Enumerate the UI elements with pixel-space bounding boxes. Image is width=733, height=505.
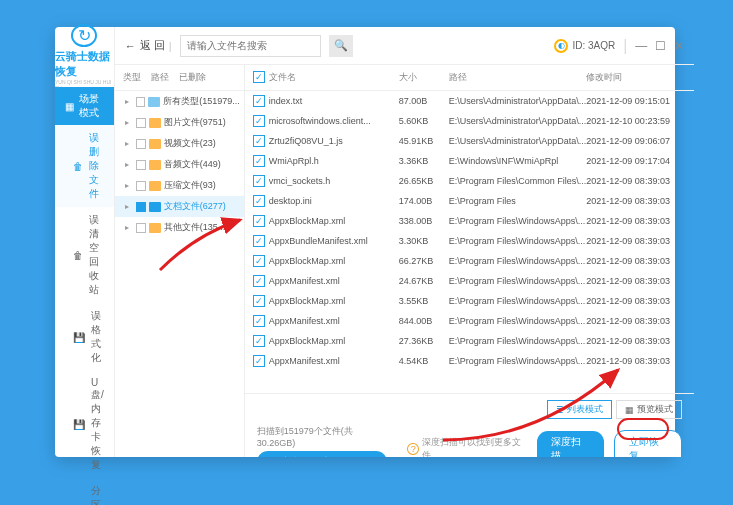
file-path: E:\Users\Administrator\AppData\... (449, 116, 587, 126)
file-time: 2021-12-09 08:39:03 (586, 196, 686, 206)
select-all-checkbox[interactable] (253, 71, 265, 83)
file-checkbox[interactable] (253, 315, 265, 327)
file-row[interactable]: AppxBlockMap.xml27.36KBE:\Program Files\… (245, 331, 695, 351)
tree-item-5[interactable]: ▸文档文件(6277) (115, 196, 244, 217)
file-row[interactable]: vmci_sockets.h26.65KBE:\Program Files\Co… (245, 171, 695, 191)
file-time: 2021-12-09 08:39:03 (586, 296, 686, 306)
tree-checkbox[interactable] (136, 223, 146, 233)
nav-icon: 💾 (73, 419, 85, 431)
caret-icon: ▸ (125, 181, 133, 190)
file-row[interactable]: AppxBlockMap.xml3.55KBE:\Program Files\W… (245, 291, 695, 311)
tree-item-6[interactable]: ▸其他文件(135... (115, 217, 244, 238)
back-button[interactable]: ← 返 回 | (125, 38, 172, 53)
folder-icon (149, 202, 161, 212)
tree-item-2[interactable]: ▸视频文件(23) (115, 133, 244, 154)
minimize-button[interactable]: — (635, 39, 647, 53)
file-size: 5.60KB (399, 116, 449, 126)
file-size: 174.00B (399, 196, 449, 206)
file-list: 文件名 大小 路径 修改时间 index.txt87.00BE:\Users\A… (245, 65, 695, 457)
nav-scene-4[interactable]: 📁分区恢复 (55, 478, 114, 505)
tree-checkbox[interactable] (136, 202, 146, 212)
file-checkbox[interactable] (253, 155, 265, 167)
file-size: 45.91KB (399, 136, 449, 146)
tree-checkbox[interactable] (136, 160, 146, 170)
search-button[interactable]: 🔍 (329, 35, 353, 57)
caret-icon: ▸ (125, 118, 133, 127)
search-icon: 🔍 (334, 39, 348, 52)
file-checkbox[interactable] (253, 355, 265, 367)
list-icon: ≣ (556, 405, 564, 415)
file-row[interactable]: AppxManifest.xml844.00BE:\Program Files\… (245, 311, 695, 331)
file-checkbox[interactable] (253, 115, 265, 127)
tree-item-4[interactable]: ▸压缩文件(93) (115, 175, 244, 196)
file-row[interactable]: desktop.ini174.00BE:\Program Files2021-1… (245, 191, 695, 211)
nav-scene-0[interactable]: 🗑误删除文件 (55, 125, 114, 207)
close-button[interactable]: ✕ (674, 39, 684, 53)
back-arrow-icon: ← (125, 40, 136, 52)
file-checkbox[interactable] (253, 275, 265, 287)
file-checkbox[interactable] (253, 215, 265, 227)
tree-item-1[interactable]: ▸图片文件(9751) (115, 112, 244, 133)
file-name: desktop.ini (269, 196, 399, 206)
file-row[interactable]: AppxManifest.xml24.67KBE:\Program Files\… (245, 271, 695, 291)
folder-icon (148, 97, 160, 107)
file-checkbox[interactable] (253, 175, 265, 187)
file-time: 2021-12-09 09:06:07 (586, 136, 686, 146)
file-size: 844.00B (399, 316, 449, 326)
file-checkbox[interactable] (253, 335, 265, 347)
nav-scene-3[interactable]: 💾U盘/内存卡恢复 (55, 371, 114, 478)
file-checkbox[interactable] (253, 295, 265, 307)
section-scene-mode: ▦场景模式 (55, 87, 114, 125)
file-checkbox[interactable] (253, 195, 265, 207)
info-icon: ? (407, 443, 419, 455)
file-name: AppxManifest.xml (269, 316, 399, 326)
list-mode-toggle[interactable]: ≣列表模式 (547, 400, 612, 419)
file-checkbox[interactable] (253, 135, 265, 147)
search-input[interactable] (180, 35, 321, 57)
file-size: 3.55KB (399, 296, 449, 306)
id-badge: ◐ ID: 3AQR (554, 39, 615, 53)
nav-scene-1[interactable]: 🗑误清空回收站 (55, 207, 114, 303)
file-size: 338.00B (399, 216, 449, 226)
file-checkbox[interactable] (253, 255, 265, 267)
nav-icon: 🗑 (73, 160, 83, 172)
sidebar: 云骑士数据恢复 YUN QI SHI SHU JU HUI FU ▦场景模式 🗑… (55, 27, 115, 457)
tree-checkbox[interactable] (136, 97, 146, 107)
file-path: E:\Program Files\WindowsApps\... (449, 336, 587, 346)
caret-icon: ▸ (125, 97, 133, 106)
file-name: AppxBundleManifest.xml (269, 236, 399, 246)
file-path: E:\Program Files\WindowsApps\... (449, 356, 587, 366)
file-row[interactable]: AppxBundleManifest.xml3.30KBE:\Program F… (245, 231, 695, 251)
tree-checkbox[interactable] (136, 139, 146, 149)
file-row[interactable]: AppxManifest.xml4.54KBE:\Program Files\W… (245, 351, 695, 371)
file-time: 2021-12-10 00:23:59 (586, 116, 686, 126)
maximize-button[interactable]: ☐ (655, 39, 666, 53)
file-checkbox[interactable] (253, 235, 265, 247)
category-tree: 类型路径已删除 ▸所有类型(151979...▸图片文件(9751)▸视频文件(… (115, 65, 245, 457)
tree-item-0[interactable]: ▸所有类型(151979... (115, 91, 244, 112)
file-path: E:\Users\Administrator\AppData\... (449, 96, 587, 106)
topbar: ← 返 回 | 🔍 ◐ ID: 3AQR | — ☐ ✕ (115, 27, 695, 65)
file-path: E:\Users\Administrator\AppData\... (449, 136, 587, 146)
tree-item-3[interactable]: ▸音频文件(449) (115, 154, 244, 175)
file-header: 文件名 大小 路径 修改时间 (245, 65, 695, 91)
file-size: 3.36KB (399, 156, 449, 166)
nav-scene-2[interactable]: 💾误格式化 (55, 303, 114, 371)
file-row[interactable]: WmiApRpl.h3.36KBE:\Windows\INF\WmiApRpl2… (245, 151, 695, 171)
export-list-button[interactable]: 导出文件列表 (257, 451, 388, 457)
tree-checkbox[interactable] (136, 118, 146, 128)
file-row[interactable]: Zrtu2fiQ08VU_1.js45.91KBE:\Users\Adminis… (245, 131, 695, 151)
logo-title: 云骑士数据恢复 (55, 49, 114, 79)
file-row[interactable]: index.txt87.00BE:\Users\Administrator\Ap… (245, 91, 695, 111)
folder-icon (149, 160, 161, 170)
file-checkbox[interactable] (253, 95, 265, 107)
deep-scan-button[interactable]: 深度扫描 (537, 431, 604, 457)
tree-checkbox[interactable] (136, 181, 146, 191)
preview-mode-toggle[interactable]: ▦预览模式 (616, 400, 682, 419)
caret-icon: ▸ (125, 223, 133, 232)
file-row[interactable]: AppxBlockMap.xml66.27KBE:\Program Files\… (245, 251, 695, 271)
scan-info: 扫描到151979个文件(共30.26GB) (257, 425, 388, 448)
file-time: 2021-12-09 08:39:03 (586, 336, 686, 346)
file-row[interactable]: microsoftwindows.client...5.60KBE:\Users… (245, 111, 695, 131)
file-row[interactable]: AppxBlockMap.xml338.00BE:\Program Files\… (245, 211, 695, 231)
